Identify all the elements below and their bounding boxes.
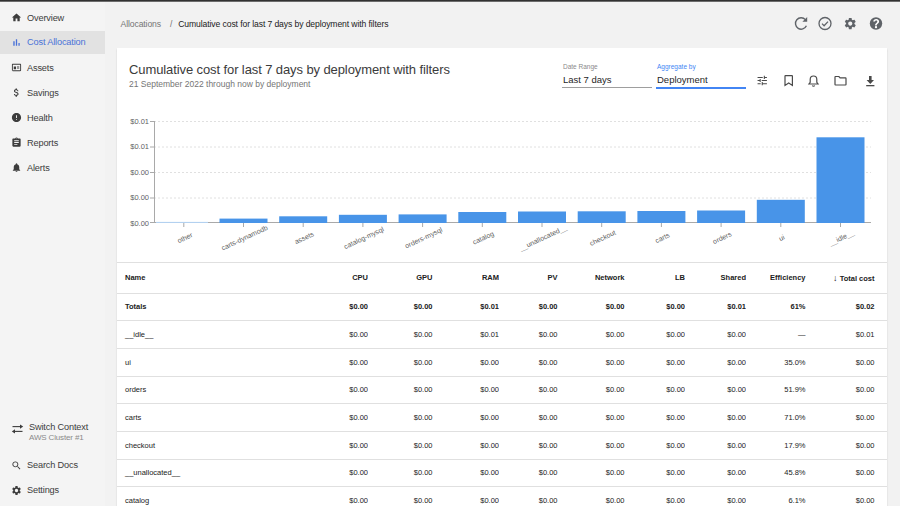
svg-text:checkout: checkout bbox=[588, 229, 616, 247]
svg-text:catalog: catalog bbox=[472, 230, 496, 247]
svg-text:carts: carts bbox=[654, 231, 671, 244]
svg-text:ui: ui bbox=[778, 233, 786, 242]
svg-text:$0.01: $0.01 bbox=[130, 142, 149, 151]
svg-text:carts-dynamodb: carts-dynamodb bbox=[220, 224, 269, 253]
svg-text:catalog-mysql: catalog-mysql bbox=[343, 225, 386, 251]
svg-text:__idle__: __idle__ bbox=[827, 229, 855, 248]
svg-text:$0.00: $0.00 bbox=[130, 168, 149, 177]
svg-text:$0.00: $0.00 bbox=[130, 219, 149, 228]
svg-text:orders: orders bbox=[712, 230, 733, 245]
svg-text:assets: assets bbox=[293, 230, 315, 245]
svg-text:$0.00: $0.00 bbox=[130, 193, 149, 202]
svg-text:orders-mysql: orders-mysql bbox=[404, 226, 444, 251]
svg-text:__unallocated__: __unallocated__ bbox=[517, 224, 568, 253]
svg-text:$0.01: $0.01 bbox=[130, 117, 149, 126]
svg-text:other: other bbox=[176, 231, 194, 244]
